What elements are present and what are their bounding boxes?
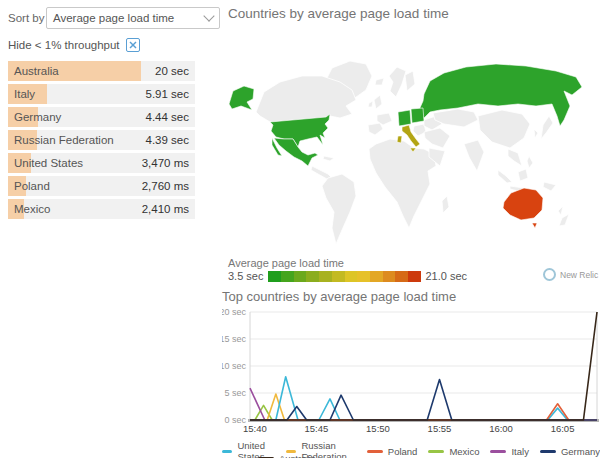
region-south-america [322,174,356,244]
country-table: Australia20 secItaly5.91 secGermany4.44 … [8,61,195,222]
legend-swatch [222,450,232,453]
country-philippines [527,156,533,168]
sort-by-label: Sort by [8,12,44,24]
row-value: 2,760 ms [142,176,189,196]
y-tick-label: 5 sec [224,388,246,398]
gradient-step [281,271,294,282]
row-country: Mexico [14,199,50,219]
legend-swatch [490,450,506,453]
series-germany [250,380,597,421]
legend-item-poland[interactable]: Poland [367,440,418,458]
new-relic-brand: New Relic [543,268,598,281]
gradient-step [306,271,319,282]
country-korea [534,129,538,138]
country-cuba [323,156,334,161]
x-tick-label: 16:05 [551,423,575,434]
region-africa [369,139,436,228]
gradient-step [294,271,307,282]
table-row[interactable]: Australia20 sec [8,61,195,81]
country-china [478,110,530,148]
page-title: Countries by average page load time [228,6,449,21]
row-country: Germany [14,107,61,127]
chevron-down-icon [203,10,214,21]
map-country-alaska [229,86,254,110]
line-chart: 0 sec5 sec10 sec15 sec20 sec15:4015:4515… [222,304,600,438]
series-poland [250,404,597,420]
gradient-step [345,271,358,282]
country-new-zealand-north [558,206,563,215]
series-russian-federation [250,394,597,420]
table-row[interactable]: Poland2,760 ms [8,176,195,196]
table-row[interactable]: Germany4.44 sec [8,107,195,127]
legend-item-germany[interactable]: Germany [540,440,600,458]
legend-label: Australia [279,453,316,458]
new-relic-label: New Relic [560,270,598,280]
country-iceland [375,78,384,85]
legend-label: Germany [561,446,600,457]
gradient-step [319,271,332,282]
chart-title: Top countries by average page load time [222,289,456,304]
row-country: Australia [14,61,59,81]
y-tick-label: 20 sec [222,307,246,317]
x-tick-label: 15:50 [366,423,390,434]
gradient-step [408,271,421,282]
country-ireland [368,101,373,107]
throughput-filter-checkbox[interactable] [126,38,140,52]
island-borneo [518,169,528,181]
legend-item-mexico[interactable]: Mexico [428,440,479,458]
region-indochina [508,149,522,166]
legend-swatch [540,450,556,453]
region-middle-east [424,128,450,148]
x-tick-label: 15:40 [243,423,267,434]
checkbox-checked-icon [129,41,137,49]
country-canada [256,76,356,122]
gradient-step [357,271,370,282]
row-country: Poland [14,176,50,196]
map-legend-title: Average page load time [228,257,344,269]
x-tick-label: 16:00 [489,423,513,434]
legend-label: Poland [388,446,418,457]
map-legend: 3.5 sec 21.0 sec [228,270,467,282]
legend-item-italy[interactable]: Italy [490,440,528,458]
chart-legend-row-2: Australia [258,453,316,458]
row-value: 4.39 sec [146,130,189,150]
island-new-guinea [543,182,556,191]
country-uk [374,95,382,109]
gradient-step [383,271,396,282]
row-value: 2,410 ms [142,199,189,219]
table-row[interactable]: Russian Federation4.39 sec [8,130,195,150]
sort-by-dropdown[interactable]: Average page load time [46,7,220,29]
country-india [464,140,484,171]
row-country: Italy [14,84,35,104]
new-relic-icon [543,268,556,281]
row-value: 4.44 sec [146,107,189,127]
row-country: United States [14,153,83,173]
x-tick-label: 15:55 [428,423,452,434]
world-map[interactable] [226,54,598,252]
region-scandinavia [389,67,406,97]
legend-swatch [367,450,383,453]
row-value: 3,470 ms [142,153,189,173]
table-row[interactable]: Mexico2,410 ms [8,199,195,219]
table-row[interactable]: United States3,470 ms [8,153,195,173]
row-country: Russian Federation [14,130,114,150]
gradient-step [268,271,281,282]
map-region-tasmania [532,223,537,228]
x-tick-label: 15:45 [305,423,329,434]
country-japan [541,116,553,139]
row-value: 20 sec [155,61,189,81]
map-country-australia [503,188,543,220]
gradient-step [395,271,408,282]
y-tick-label: 10 sec [222,361,246,371]
map-region-sardinia [397,136,402,143]
map-legend-min: 3.5 sec [228,270,263,282]
throughput-filter-label: Hide < 1% throughput [8,39,120,51]
table-row[interactable]: Italy5.91 sec [8,84,195,104]
legend-swatch [428,450,444,453]
country-finland [405,71,415,91]
legend-label: Italy [511,446,528,457]
legend-item-australia[interactable]: Australia [258,453,316,458]
country-madagascar [442,196,449,213]
map-country-germany [398,110,411,126]
sort-by-value: Average page load time [53,12,174,24]
